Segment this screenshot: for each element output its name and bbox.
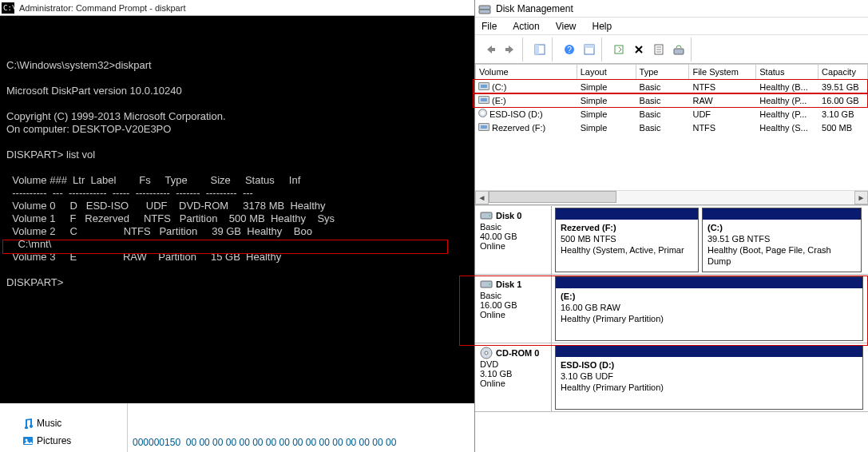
cmd-line [6,72,468,85]
cmd-line: Volume 0 D ESD-ISO UDF DVD-ROM 3178 MB H… [6,200,468,212]
partition-block[interactable]: Rezerved (F:)500 MB NTFSHealthy (System,… [555,208,699,272]
hex-viewer[interactable]: 000000150 00 00 00 00 00 00 00 00 00 00 … [128,403,474,452]
col-layout[interactable]: Layout [577,64,636,80]
nav-tree[interactable]: Music Pictures [0,403,128,452]
partition-block[interactable]: (E:)16.00 GB RAWHealthy (Primary Partiti… [555,276,863,341]
col-capacity[interactable]: Capacity [818,64,868,80]
volume-row[interactable]: Rezerved (F:)SimpleBasicNTFSHealthy (S..… [475,121,868,134]
rescan-button[interactable] [670,41,688,58]
arrow-right-icon [505,44,516,55]
disk-info[interactable]: Disk 0 Basic40.00 GBOnline [475,206,552,274]
scroll-right-button[interactable]: ► [854,191,868,204]
panel-icon [534,44,545,55]
help-button[interactable]: ? [561,41,578,58]
drive-icon [480,209,493,222]
back-button[interactable] [482,41,499,58]
drive-icon [478,123,489,131]
layout-icon [584,44,595,55]
properties-icon [653,44,664,55]
disk-row[interactable]: CD-ROM 0 DVD3.10 GBOnline ESD-ISO (D:)3.… [475,343,868,412]
cmd-line: C:\mnt\ [6,238,468,251]
cmd-line: DISKPART> [6,276,468,289]
col-type[interactable]: Type [636,64,690,80]
cmd-line: Volume 2 C NTFS Partition 39 GB Healthy … [6,225,468,238]
dm-toolbar: ? [475,35,868,64]
cmd-title: Administrator: Command Prompt - diskpart [19,3,185,13]
refresh-button[interactable] [610,41,628,58]
partition-block[interactable]: ESD-ISO (D:)3.10 GB UDFHealthy (Primary … [555,345,863,410]
disk-management-window: Disk Management File Action View Help ? … [474,0,868,452]
scroll-thumb[interactable] [489,191,616,203]
cmd-line: DISKPART> list vol [6,149,468,161]
disk-info[interactable]: Disk 1 Basic16.00 GBOnline [475,275,552,343]
svg-rect-3 [479,10,490,14]
scroll-left-button[interactable]: ◄ [475,191,489,204]
svg-rect-5 [535,45,539,54]
music-icon [22,418,34,429]
menu-view[interactable]: View [556,21,577,32]
partition-bar [556,277,862,288]
partition-block[interactable]: (C:)39.51 GB NTFSHealthy (Boot, Page Fil… [702,208,862,272]
cmd-line: On computer: DESKTOP-V20E3PO [6,123,468,136]
partition-bar [556,208,698,220]
menu-file[interactable]: File [482,21,497,32]
help-icon: ? [564,44,575,55]
cmd-line [6,136,468,149]
cmd-icon: C:\ [2,2,14,14]
cd-icon [480,347,493,359]
cmd-titlebar[interactable]: C:\ Administrator: Command Prompt - disk… [0,0,474,16]
scroll-track[interactable] [489,191,854,204]
cmd-line: Volume ### Ltr Label Fs Type Size Status… [6,174,468,187]
col-status[interactable]: Status [756,64,818,80]
drive-icon [478,96,489,104]
disk-row[interactable]: Disk 0 Basic40.00 GBOnline Rezerved (F:)… [475,206,868,275]
disk-graphical-panel: Disk 0 Basic40.00 GBOnline Rezerved (F:)… [475,205,868,412]
menu-action[interactable]: Action [513,21,539,32]
svg-rect-15 [674,49,684,54]
volume-row[interactable]: (C:)SimpleBasicNTFSHealthy (B...39.51 GB [475,80,868,93]
show-hide-button[interactable] [531,41,549,58]
dm-titlebar[interactable]: Disk Management [475,0,868,18]
cmd-line: Microsoft DiskPart version 10.0.10240 [6,85,468,97]
refresh-icon [613,44,624,55]
view-top-button[interactable] [581,41,598,58]
nav-label: Music [37,418,61,429]
hex-line: 000000150 00 00 00 00 00 00 00 00 00 00 … [133,435,470,450]
col-volume[interactable]: Volume [475,64,577,80]
volume-list-header[interactable]: Volume Layout Type File System Status Ca… [475,64,868,80]
drive-icon [480,278,493,291]
close-icon [633,44,644,55]
menu-help[interactable]: Help [593,21,612,32]
horizontal-scrollbar[interactable]: ◄ ► [475,190,868,204]
properties-button[interactable] [650,41,668,58]
disk-info[interactable]: CD-ROM 0 DVD3.10 GBOnline [475,343,552,411]
disk-row[interactable]: Disk 1 Basic16.00 GBOnline (E:)16.00 GB … [475,275,868,343]
volume-row[interactable]: ESD-ISO (D:)SimpleBasicUDFHealthy (P...3… [475,107,868,121]
svg-rect-9 [585,45,594,48]
cmd-line [6,97,468,110]
svg-rect-2 [479,6,490,10]
nav-item-pictures[interactable]: Pictures [0,432,127,450]
drive-icon [478,82,489,90]
svg-point-17 [489,215,490,216]
dm-title: Disk Management [496,3,573,14]
forward-button[interactable] [501,41,519,58]
delete-button[interactable] [630,41,648,58]
cmd-line [6,161,468,174]
col-fs[interactable]: File System [689,64,756,80]
volume-list: Volume Layout Type File System Status Ca… [475,64,868,205]
nav-item-music[interactable]: Music [0,414,127,432]
partition-bar [703,208,861,220]
cmd-output[interactable]: C:\Windows\system32>diskpartMicrosoft Di… [0,16,474,332]
pictures-icon [22,435,34,446]
arrow-left-icon [485,44,496,55]
svg-point-1 [26,439,28,442]
cmd-line [6,264,468,276]
partition-bar [556,346,862,357]
cmd-line: C:\Windows\system32>diskpart [6,59,468,72]
volume-row[interactable]: (E:)SimpleBasicRAWHealthy (P...16.00 GB [475,93,868,107]
partition-stripe: (E:)16.00 GB RAWHealthy (Primary Partiti… [552,275,868,343]
nav-label: Pictures [37,435,71,446]
partition-stripe: Rezerved (F:)500 MB NTFSHealthy (System,… [552,206,868,274]
cmd-line [6,289,468,302]
